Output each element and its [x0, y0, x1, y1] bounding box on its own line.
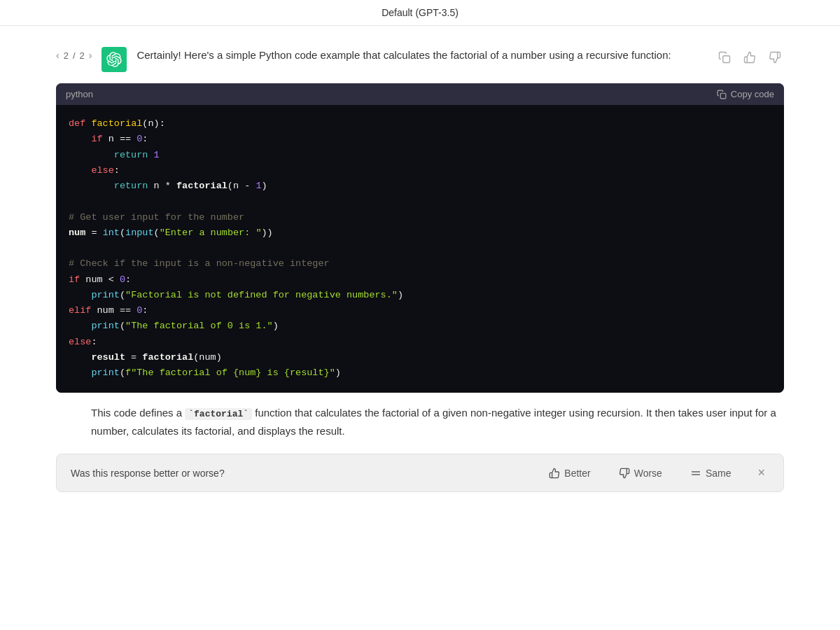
feedback-bar: Was this response better or worse? Bette… [56, 454, 784, 492]
copy-code-button[interactable]: Copy code [717, 89, 774, 99]
thumbdown-button[interactable] [766, 50, 784, 68]
description: This code defines a `factorial` function… [91, 404, 784, 440]
worse-label: Worse [634, 468, 662, 479]
svg-rect-0 [723, 56, 730, 63]
code-header: python Copy code [56, 83, 784, 105]
nav-controls: ‹ 2 / 2 › [56, 50, 92, 61]
same-label: Same [706, 468, 732, 479]
top-bar: Default (GPT-3.5) [0, 0, 840, 26]
copy-label: Copy code [731, 89, 774, 99]
message-intro: Certainly! Here's a simple Python code e… [136, 47, 706, 64]
prev-arrow[interactable]: ‹ [56, 50, 59, 61]
desc-before: This code defines a [91, 407, 185, 419]
model-title: Default (GPT-3.5) [382, 7, 458, 18]
code-language: python [66, 89, 93, 99]
next-arrow[interactable]: › [89, 50, 92, 61]
better-label: Better [564, 468, 590, 479]
code-block: python Copy code def factorial(n): if n … [56, 83, 784, 393]
code-content: def factorial(n): if n == 0: return 1 el… [69, 116, 771, 382]
svg-rect-1 [720, 93, 726, 99]
better-button[interactable]: Better [543, 465, 596, 482]
copy-message-button[interactable] [715, 50, 734, 68]
message-actions [715, 50, 784, 68]
worse-button[interactable]: Worse [613, 465, 668, 482]
thumbup-button[interactable] [741, 50, 759, 68]
dismiss-feedback-button[interactable]: × [753, 464, 769, 482]
same-button[interactable]: Same [685, 465, 737, 482]
code-body: def factorial(n): if n == 0: return 1 el… [56, 105, 784, 393]
nav-separator: / [73, 50, 76, 61]
avatar [102, 47, 127, 72]
desc-code: `factorial` [185, 408, 252, 420]
nav-total: 2 [80, 50, 85, 61]
feedback-question: Was this response better or worse? [71, 468, 526, 479]
nav-current: 2 [64, 50, 69, 61]
